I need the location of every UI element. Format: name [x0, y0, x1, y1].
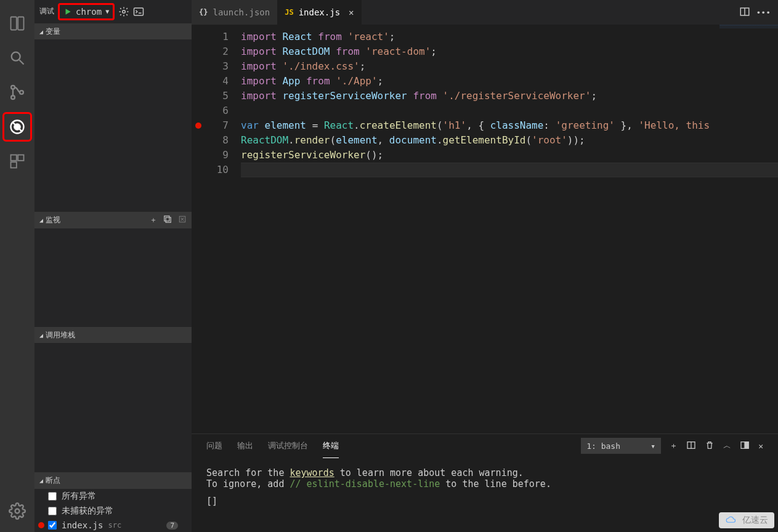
- code-line[interactable]: registerServiceWorker();: [241, 148, 778, 163]
- new-terminal-icon[interactable]: ＋: [670, 440, 678, 451]
- debug-icon[interactable]: [2, 112, 32, 142]
- collapse-all-icon[interactable]: [163, 215, 172, 225]
- svg-rect-14: [134, 8, 144, 15]
- more-actions-icon[interactable]: •••: [756, 8, 771, 17]
- maximize-panel-icon[interactable]: [740, 440, 750, 452]
- scm-icon[interactable]: [2, 78, 32, 107]
- code-line[interactable]: import React from 'react';: [241, 30, 778, 44]
- code-line[interactable]: var element = React.createElement('h1', …: [241, 118, 778, 133]
- code-line[interactable]: [241, 103, 778, 118]
- remove-all-icon[interactable]: [178, 215, 187, 225]
- code-line[interactable]: ReactDOM.render(element, document.getEle…: [241, 133, 778, 148]
- code-line[interactable]: import ReactDOM from 'react-dom';: [241, 44, 778, 59]
- panel-tab-problems[interactable]: 问题: [206, 434, 222, 457]
- search-icon[interactable]: [2, 43, 32, 73]
- js-file-icon: JS: [285, 8, 293, 17]
- svg-rect-0: [11, 17, 17, 30]
- svg-rect-9: [11, 155, 17, 161]
- tab-label: index.js: [299, 7, 340, 17]
- dropdown-arrow-icon: ▾: [650, 441, 655, 451]
- config-name: chrom: [76, 7, 102, 17]
- terminal-line: Search for the keywords to learn more ab…: [206, 467, 763, 478]
- gear-icon[interactable]: [118, 6, 129, 17]
- debug-config-select[interactable]: chrom ▼: [58, 3, 115, 20]
- bp-checkbox[interactable]: [48, 492, 57, 501]
- json-file-icon: {}: [199, 8, 208, 17]
- line-number[interactable]: 2: [192, 44, 241, 59]
- settings-icon[interactable]: [2, 496, 32, 526]
- dropdown-arrow-icon: ▼: [105, 8, 109, 15]
- section-variables-body: [34, 39, 192, 212]
- section-callstack-body: [34, 343, 192, 472]
- split-terminal-icon[interactable]: [686, 440, 696, 452]
- twisty-icon: ◢: [39, 332, 43, 339]
- activity-bar: [0, 0, 34, 532]
- line-number[interactable]: 8: [192, 133, 241, 148]
- panel-tab-terminal[interactable]: 终端: [323, 434, 339, 458]
- bp-checkbox[interactable]: [48, 521, 57, 530]
- kill-terminal-icon[interactable]: [705, 440, 715, 452]
- twisty-icon: ◢: [39, 477, 43, 484]
- explorer-icon[interactable]: [2, 9, 32, 38]
- tab-label: launch.json: [213, 7, 270, 17]
- tab-launch-json[interactable]: {} launch.json: [192, 0, 277, 25]
- line-number[interactable]: 7: [192, 118, 241, 133]
- svg-point-12: [15, 509, 20, 514]
- terminal-output[interactable]: Search for the keywords to learn more ab…: [192, 457, 778, 517]
- line-number[interactable]: 5: [192, 89, 241, 103]
- chevron-up-icon[interactable]: ︿: [723, 440, 731, 451]
- section-breakpoints-header[interactable]: ◢ 断点: [34, 472, 192, 489]
- svg-rect-16: [166, 217, 171, 222]
- extensions-icon[interactable]: [2, 147, 32, 176]
- panel-tabs: 问题 输出 调试控制台 终端 1: bash ▾ ＋ ︿: [192, 434, 778, 457]
- line-number[interactable]: 4: [192, 74, 241, 89]
- split-editor-icon[interactable]: [739, 6, 750, 19]
- line-number[interactable]: 9: [192, 148, 241, 163]
- editor-area: {} launch.json JS index.js ✕ ••• 1234567…: [192, 0, 778, 532]
- line-number[interactable]: 6: [192, 103, 241, 118]
- bp-uncaught[interactable]: 未捕获的异常: [34, 504, 192, 518]
- svg-rect-10: [18, 155, 23, 161]
- close-tab-icon[interactable]: ✕: [349, 7, 354, 17]
- bp-file[interactable]: index.js src 7: [34, 518, 192, 532]
- line-number[interactable]: 1: [192, 30, 241, 44]
- code-line[interactable]: import registerServiceWorker from './reg…: [241, 89, 778, 103]
- svg-point-6: [20, 91, 23, 94]
- panel-tab-debug-console[interactable]: 调试控制台: [268, 434, 308, 457]
- tab-index-js[interactable]: JS index.js ✕: [277, 0, 361, 25]
- code-line[interactable]: [241, 163, 778, 177]
- watermark-text: 亿速云: [742, 515, 768, 526]
- editor-tabs: {} launch.json JS index.js ✕ •••: [192, 0, 778, 25]
- svg-point-4: [11, 86, 15, 89]
- svg-rect-11: [11, 162, 17, 167]
- panel-tab-output[interactable]: 输出: [237, 434, 253, 457]
- svg-line-3: [20, 60, 24, 65]
- bp-checkbox[interactable]: [48, 507, 57, 515]
- terminal-select[interactable]: 1: bash ▾: [581, 438, 661, 454]
- line-number[interactable]: 10: [192, 163, 241, 177]
- bp-all-exceptions[interactable]: 所有异常: [34, 489, 192, 504]
- section-callstack-header[interactable]: ◢ 调用堆栈: [34, 327, 192, 344]
- code-line[interactable]: import './index.css';: [241, 59, 778, 74]
- code-editor[interactable]: 12345678910 import React from 'react';im…: [192, 25, 778, 433]
- section-watch-body: [34, 228, 192, 327]
- svg-rect-1: [18, 17, 23, 30]
- section-variables-header[interactable]: ◢ 变量: [34, 23, 192, 40]
- code-line[interactable]: import App from './App';: [241, 74, 778, 89]
- minimap[interactable]: [719, 25, 778, 49]
- section-label: 断点: [46, 475, 60, 486]
- section-label: 变量: [46, 26, 60, 37]
- line-number[interactable]: 3: [192, 59, 241, 74]
- gutter: 12345678910: [192, 25, 241, 433]
- add-watch-icon[interactable]: ＋: [150, 215, 157, 225]
- svg-point-5: [11, 95, 15, 99]
- section-watch-header[interactable]: ◢ 监视 ＋: [34, 212, 192, 228]
- code[interactable]: import React from 'react';import ReactDO…: [241, 25, 778, 433]
- console-icon[interactable]: [133, 6, 144, 17]
- bottom-panel: 问题 输出 调试控制台 终端 1: bash ▾ ＋ ︿: [192, 433, 778, 532]
- terminal-link[interactable]: keywords: [290, 467, 334, 478]
- play-icon[interactable]: [63, 7, 72, 16]
- terminal-select-label: 1: bash: [586, 441, 620, 451]
- bp-label: 所有异常: [62, 491, 96, 502]
- close-panel-icon[interactable]: ✕: [758, 441, 763, 451]
